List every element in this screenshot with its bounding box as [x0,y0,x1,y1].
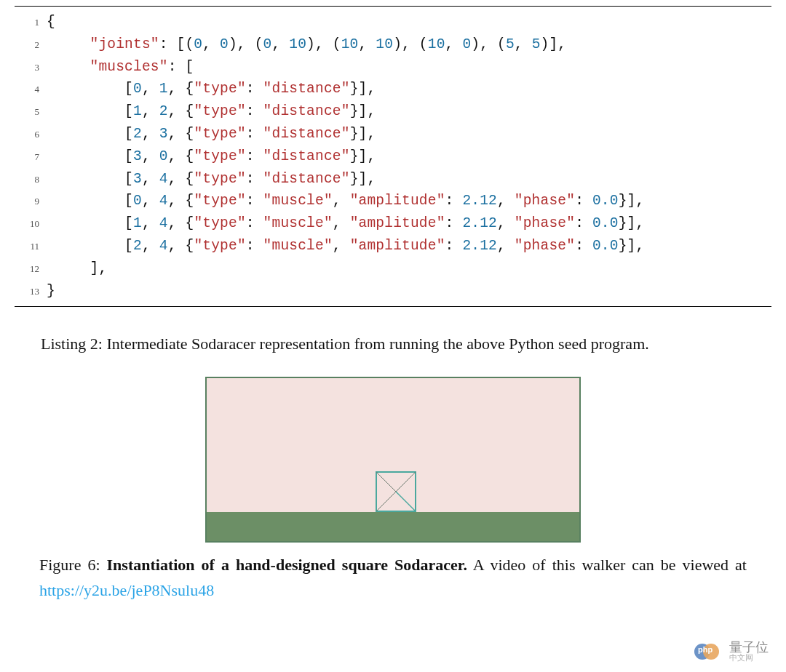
line-number: 11 [15,239,47,255]
line-number: 12 [15,262,47,277]
code-content: [0, 1, {"type": "distance"}], [47,78,376,100]
line-number: 4 [15,82,47,97]
svg-line-3 [396,492,416,511]
line-number: 10 [15,217,47,232]
figure-caption: Figure 6: Instantiation of a hand-design… [39,553,747,602]
code-content: } [47,280,55,303]
code-content: "muscles": [ [47,56,194,79]
figure-6 [15,377,771,543]
code-content: [3, 0, {"type": "distance"}], [47,145,376,168]
code-line: 11 [2, 4, {"type": "muscle", "amplitude"… [15,235,771,257]
line-number: 2 [15,38,47,53]
line-number: 5 [15,105,47,120]
code-line: 1{ [15,11,771,33]
code-content: [2, 3, {"type": "distance"}], [47,123,376,145]
figure-tail: A video of this walker can be viewed at [467,556,747,574]
line-number: 8 [15,172,47,188]
figure-link[interactable]: https://y2u.be/jeP8Nsulu48 [39,581,214,599]
code-line: 4 [0, 1, {"type": "distance"}], [15,78,771,100]
code-content: [1, 4, {"type": "muscle", "amplitude": 2… [47,212,644,235]
code-content: ], [47,257,107,280]
code-line: 3 "muscles": [ [15,56,771,79]
line-number: 7 [15,150,47,165]
sodaracer-arena [205,377,581,543]
line-number: 9 [15,194,47,209]
code-line: 10 [1, 4, {"type": "muscle", "amplitude"… [15,212,771,235]
line-number: 3 [15,60,47,76]
code-line: 13} [15,280,771,303]
code-line: 2 "joints": [(0, 0), (0, 10), (10, 10), … [15,33,771,56]
listing-caption: Listing 2: Intermediate Sodaracer repres… [41,332,745,356]
code-content: [2, 4, {"type": "muscle", "amplitude": 2… [47,235,644,257]
sodaracer-walker [376,471,416,512]
line-number: 1 [15,15,47,31]
code-content: { [47,11,55,33]
code-line: 7 [3, 0, {"type": "distance"}], [15,145,771,168]
code-line: 6 [2, 3, {"type": "distance"}], [15,123,771,145]
code-line: 5 [1, 2, {"type": "distance"}], [15,100,771,123]
code-content: [0, 4, {"type": "muscle", "amplitude": 2… [47,190,644,212]
ground [207,512,579,541]
figure-label: Figure 6: [39,556,107,574]
code-line: 12 ], [15,257,771,280]
code-content: [1, 2, {"type": "distance"}], [47,100,376,123]
code-line: 8 [3, 4, {"type": "distance"}], [15,168,771,191]
line-number: 13 [15,284,47,300]
code-listing: 1{2 "joints": [(0, 0), (0, 10), (10, 10)… [15,6,771,307]
line-number: 6 [15,127,47,143]
code-content: [3, 4, {"type": "distance"}], [47,168,376,191]
code-line: 9 [0, 4, {"type": "muscle", "amplitude":… [15,190,771,212]
figure-title: Instantiation of a hand-designed square … [107,556,467,574]
code-content: "joints": [(0, 0), (0, 10), (10, 10), (1… [47,33,566,56]
